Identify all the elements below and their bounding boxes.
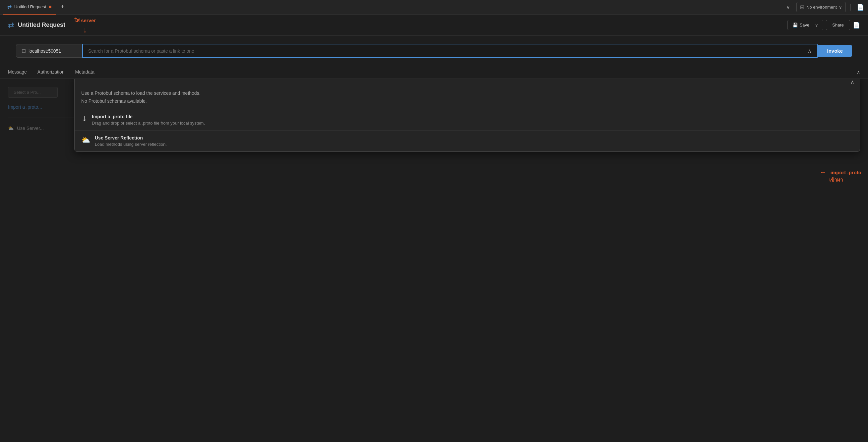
tabs-bar: Message Authorization Metadata ∧	[0, 66, 868, 79]
save-button[interactable]: 💾 Save ∨	[787, 20, 824, 30]
docs-icon[interactable]: 📄	[856, 2, 865, 12]
tab-title: Untitled Request	[14, 4, 46, 9]
new-tab-button[interactable]: +	[57, 2, 68, 12]
share-button[interactable]: Share	[826, 20, 850, 30]
server-reflection-title: Use Server Reflection	[95, 135, 167, 140]
env-icon: ⊟	[800, 4, 804, 10]
tabs-chevron-up[interactable]: ∧	[857, 70, 860, 75]
import-proto-content: Import a .proto file Drag and drop or se…	[92, 114, 205, 126]
dropdown-hint-text: Use a Protobuf schema to load the servic…	[81, 91, 853, 96]
tab-unsaved-dot	[49, 6, 52, 8]
tab-bar: ⇄ Untitled Request + ∨ ⊟ No environment …	[0, 0, 868, 14]
tab-untitled-request[interactable]: ⇄ Untitled Request	[3, 0, 56, 14]
request-docs-icon[interactable]: 📄	[853, 22, 860, 29]
import-proto-title: Import a .proto file	[92, 114, 205, 119]
dropdown-hint-section: Use a Protobuf schema to load the servic…	[74, 85, 860, 109]
server-icon: ⊡	[22, 48, 26, 54]
tab-bar-right: ∨ ⊟ No environment ∨ | 📄	[784, 2, 865, 12]
tab-grpc-icon: ⇄	[7, 4, 11, 10]
tab-authorization[interactable]: Authorization	[32, 66, 70, 78]
server-input[interactable]: ⊡ localhost:50051	[16, 44, 82, 58]
use-server-label: Use Server...	[17, 126, 44, 131]
save-label: Save	[800, 23, 810, 28]
schema-search-input[interactable]: Search for a Protobuf schema or paste a …	[82, 44, 817, 58]
schema-chevron-up-icon[interactable]: ∧	[808, 48, 812, 54]
schema-dropdown-panel: ∧ Use a Protobuf schema to load the serv…	[74, 79, 860, 152]
url-bar-container: ใส่ server ↓ ⊡ localhost:50051 Search fo…	[8, 40, 860, 62]
env-label: No environment	[806, 5, 837, 10]
divider: |	[850, 3, 851, 11]
server-reflection-icon: ⛅	[81, 136, 90, 144]
import-proto-option[interactable]: ⤓ Import a .proto file Drag and drop or …	[74, 109, 860, 131]
tab-metadata[interactable]: Metadata	[70, 66, 100, 78]
request-title: Untitled Request	[18, 22, 787, 29]
server-reflection-content: Use Server Reflection Load methods using…	[95, 135, 167, 147]
tabs-overflow-button[interactable]: ∨	[784, 3, 793, 11]
save-disk-icon: 💾	[793, 23, 798, 28]
tab-message[interactable]: Message	[8, 66, 32, 78]
schema-search-placeholder: Search for a Protobuf schema or paste a …	[88, 48, 194, 54]
import-proto-icon: ⤓	[81, 115, 87, 123]
dropdown-top-bar: ∧	[74, 79, 860, 85]
header-actions: 💾 Save ∨ Share 📄	[787, 20, 860, 30]
request-grpc-icon: ⇄	[8, 21, 14, 30]
dropdown-empty-text: No Protobuf schemas available.	[81, 98, 853, 104]
main-content: ⇄ Untitled Request 💾 Save ∨ Share 📄 ใส่ …	[0, 14, 868, 442]
env-chevron-icon: ∨	[839, 5, 842, 10]
use-server-icon: ⛅	[8, 126, 13, 131]
server-reflection-option[interactable]: ⛅ Use Server Reflection Load methods usi…	[74, 131, 860, 151]
environment-selector[interactable]: ⊟ No environment ∨	[796, 2, 846, 12]
save-chevron-icon[interactable]: ∨	[812, 23, 818, 28]
server-reflection-desc: Load methods using server reflection.	[95, 142, 167, 147]
invoke-button[interactable]: Invoke	[817, 45, 852, 57]
dropdown-collapse-button[interactable]: ∧	[850, 79, 855, 85]
body-content: Select a Pro... Import a .proto... OR ⛅ …	[0, 79, 868, 442]
url-bar: ⊡ localhost:50051 Search for a Protobuf …	[16, 44, 852, 58]
select-proto-button[interactable]: Select a Pro...	[8, 87, 58, 98]
server-value: localhost:50051	[29, 48, 61, 54]
import-proto-desc: Drag and drop or select a .proto file fr…	[92, 121, 205, 126]
request-header: ⇄ Untitled Request 💾 Save ∨ Share 📄	[0, 14, 868, 36]
